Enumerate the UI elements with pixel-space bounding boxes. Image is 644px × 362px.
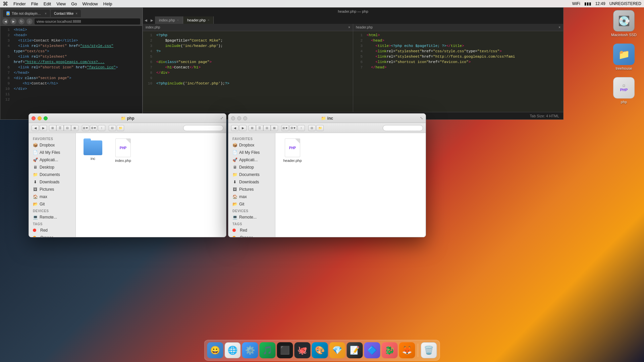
finder-php-action[interactable]: ⚙▼ (90, 125, 97, 131)
finder-php-search[interactable] (183, 125, 223, 131)
finder-inc-arrange[interactable]: ⊞▼ (281, 125, 289, 131)
finder-inc-view-list[interactable]: ☰ (256, 125, 263, 131)
finder-php-view-icon[interactable]: ⊞ (49, 125, 56, 131)
dock-photoshop[interactable]: 🎨 (312, 342, 328, 358)
sidebar-desktop[interactable]: 🖥Desktop (29, 164, 75, 171)
inc-sidebar-tag-red[interactable]: Red (228, 227, 275, 234)
finder-inc-view-icon[interactable]: ⊞ (249, 125, 256, 131)
inc-sidebar-dropbox[interactable]: 📦Dropbox (228, 141, 275, 149)
dock-app1[interactable]: 🔷 (364, 342, 380, 358)
finder-php-close-btn[interactable] (32, 116, 36, 120)
desktop-icon-php[interactable]: ▢ PHP php (610, 77, 637, 104)
editor-tab-index-close[interactable]: × (177, 18, 179, 22)
sidebar-tag-red[interactable]: Red (29, 227, 75, 234)
browser-tab-2-close[interactable]: × (75, 12, 77, 15)
sidebar-max[interactable]: 🏠max (29, 193, 75, 200)
menu-edit[interactable]: Edit (44, 1, 51, 6)
inc-sidebar-remote[interactable]: 💻Remote... (228, 214, 275, 221)
inc-sidebar-documents[interactable]: 📁Documents (228, 171, 275, 178)
editor-tab-prev[interactable]: ◀ (143, 16, 149, 24)
finder-php-back[interactable]: ◀ (32, 125, 39, 131)
editor-tab-next[interactable]: ▶ (149, 16, 155, 24)
file-item-inc[interactable]: inc (81, 138, 105, 161)
finder-inc-maximize-btn[interactable] (243, 116, 247, 120)
browser-tab-1-close[interactable]: × (45, 12, 47, 15)
menubar-wifi[interactable]: WiFi (572, 1, 580, 6)
finder-php-new-folder[interactable]: 📁 (117, 125, 124, 131)
sidebar-pictures[interactable]: 🖼Pictures (29, 186, 75, 193)
sidebar-git[interactable]: 📂Git (29, 200, 75, 208)
finder-inc-minimize-btn[interactable] (237, 116, 241, 120)
finder-php-view-coverflow[interactable]: ⊠ (71, 125, 78, 131)
sidebar-documents[interactable]: 📁Documents (29, 171, 75, 178)
sidebar-all-my-files[interactable]: 📄All My Files (29, 149, 75, 156)
finder-php-forward[interactable]: ▶ (40, 125, 47, 131)
finder-inc-back[interactable]: ◀ (231, 125, 238, 131)
finder-inc-forward[interactable]: ▶ (239, 125, 247, 131)
finder-inc-view-columns[interactable]: ⊟ (263, 125, 271, 131)
finder-php-arrange[interactable]: ⊞▼ (82, 125, 89, 131)
finder-php-maximize-btn[interactable] (44, 116, 48, 120)
dock-sketch[interactable]: 💎 (329, 342, 345, 358)
menu-window[interactable]: Window (83, 1, 98, 6)
dock-app2[interactable]: 🐉 (382, 342, 398, 358)
editor-right-code[interactable]: 1<html> 2 <head> 3 <title><?php echo $pa… (353, 31, 563, 112)
file-item-header-php[interactable]: PHP header.php (281, 138, 304, 163)
menu-view[interactable]: View (56, 1, 66, 6)
finder-inc-expand[interactable]: ⤡ (420, 116, 423, 120)
browser-back-btn[interactable]: ◀ (2, 18, 8, 24)
dock-music[interactable]: 🎵 (260, 342, 276, 358)
browser-tab-1[interactable]: 🔒 Title not displaying on loc... × (3, 10, 50, 17)
editor-left-close[interactable]: × (348, 25, 350, 29)
inc-sidebar-downloads[interactable]: ⬇Downloads (228, 178, 275, 186)
sidebar-remote[interactable]: 💻Remote... (29, 214, 75, 221)
editor-tab-index[interactable]: index.php × (155, 16, 183, 24)
finder-inc-search[interactable] (383, 125, 423, 131)
sidebar-downloads[interactable]: ⬇Downloads (29, 178, 75, 186)
finder-php-view-list[interactable]: ☰ (56, 125, 64, 131)
finder-php-expand[interactable]: ⤢ (220, 116, 223, 120)
inc-sidebar-pictures[interactable]: 🖼Pictures (228, 186, 275, 193)
inc-sidebar-max[interactable]: 🏠max (228, 193, 275, 200)
sidebar-tag-orange[interactable]: Orange (29, 234, 75, 237)
inc-sidebar-git[interactable]: 📂Git (228, 200, 275, 208)
dock-github[interactable]: 🐙 (294, 342, 311, 358)
editor-tab-header-close[interactable]: × (208, 18, 209, 22)
dock-sysprefs[interactable]: ⚙️ (242, 342, 258, 358)
finder-php-path[interactable]: ⊟ (109, 125, 116, 131)
editor-right-close[interactable]: × (558, 25, 560, 29)
apple-menu[interactable]: ⌘ (3, 1, 8, 7)
browser-refresh-btn[interactable]: ↻ (18, 18, 24, 24)
menu-go[interactable]: Go (71, 1, 77, 6)
finder-inc-close-btn[interactable] (231, 116, 235, 120)
finder-inc-action[interactable]: ⚙▼ (289, 125, 297, 131)
finder-php-view-columns[interactable]: ⊟ (64, 125, 71, 131)
dock-finder[interactable]: 😀 (207, 342, 223, 358)
finder-php-minimize-btn[interactable] (38, 116, 42, 120)
sidebar-dropbox[interactable]: 📦Dropbox (29, 141, 75, 149)
finder-inc-share[interactable]: ↑ (298, 125, 305, 131)
inc-sidebar-desktop[interactable]: 🖥Desktop (228, 164, 275, 171)
dock-firefox[interactable]: 🦊 (399, 342, 415, 358)
dock-trash[interactable]: 🗑️ (421, 342, 437, 358)
editor-tab-header[interactable]: header.php × (183, 16, 214, 24)
finder-inc-view-coverflow[interactable]: ⊠ (271, 125, 278, 131)
dock-chrome[interactable]: 🌐 (225, 342, 241, 358)
menu-file[interactable]: File (31, 1, 38, 6)
desktop-icon-treehouse[interactable]: 📁 treehouse (610, 44, 637, 70)
dock-sublime[interactable]: 📝 (347, 342, 363, 358)
finder-inc-path[interactable]: ⊟ (308, 125, 316, 131)
sidebar-applications[interactable]: 🚀Applicati... (29, 156, 75, 164)
browser-home-btn[interactable]: ⌂ (26, 18, 33, 24)
menu-finder[interactable]: Finder (13, 1, 26, 6)
browser-forward-btn[interactable]: ▶ (10, 18, 16, 24)
browser-url-input[interactable]: view-source:localhost:8888 (35, 18, 140, 24)
desktop-icon-macintosh-hdd[interactable]: 💽 Macintosh SSD (610, 10, 637, 37)
file-item-index-php[interactable]: PHP index.php (111, 138, 135, 163)
browser-tab-2[interactable]: Contact Mike × (51, 10, 81, 17)
inc-sidebar-tag-orange[interactable]: Orange (228, 234, 275, 237)
inc-sidebar-applications[interactable]: 🚀Applicati... (228, 156, 275, 164)
menu-help[interactable]: Help (103, 1, 112, 6)
finder-php-share[interactable]: ↑ (98, 125, 105, 131)
editor-left-code[interactable]: 1<?php 2 $pageTitle = "Contact Mike"; 3 … (143, 31, 353, 112)
